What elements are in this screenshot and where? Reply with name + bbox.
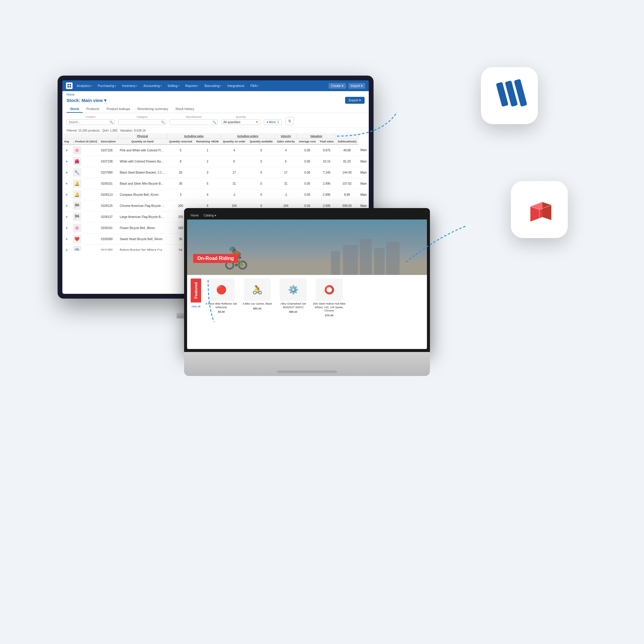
td-qoo-1: 0 [248,156,275,167]
td-sku-0[interactable]: 0107226 [99,145,118,156]
td-sv-3: 0.00 [297,178,318,189]
th-rbom: Remaining +BOM [194,139,221,145]
nav-reports[interactable]: Reports ▾ [183,83,201,89]
td-sku-8[interactable]: 0109300 [99,234,118,245]
nav-fba[interactable]: FBA ▾ [249,83,260,89]
td-add-btn-1[interactable]: + [62,156,71,167]
laptop-screen-outer: Home Catalog ▾ 🚴 [184,208,430,352]
nav-analytics[interactable]: Analytics ▾ [75,83,94,89]
td-add-btn-9[interactable]: + [62,245,71,251]
nav-inventory-chevron: ▾ [136,85,137,87]
td-tv-0: 49.88 [335,145,358,156]
sort-button[interactable]: ⇅ [285,117,294,125]
page-title-row: Stock: Main view ▾ Export ▾ [67,97,365,104]
td-img-4: 🔔 [71,189,99,200]
app-logo [66,82,73,89]
td-sku-2[interactable]: 0107990 [99,167,118,178]
td-sub-2: Main [358,167,369,178]
td-desc-4: Compass Bicycle Bell, 41mm [118,189,167,200]
td-ac-0: 9.975 [318,145,336,156]
filters-row: Location 🔍 Category 🔍 [62,113,369,128]
td-add-btn-6[interactable]: + [62,211,71,222]
td-add-btn-7[interactable]: + [62,222,71,234]
td-add-btn-5[interactable]: + [62,200,71,211]
th-img: Img [62,139,71,145]
tab-stock-history[interactable]: Stock history [172,106,198,113]
location-input[interactable] [67,119,115,125]
export-button[interactable]: Export ▾ [345,97,365,104]
td-add-btn-3[interactable]: + [62,178,71,189]
td-sub-1: Main [358,156,369,167]
manufacturer-input[interactable] [170,119,218,125]
td-qa-0: 4 [275,145,297,156]
nav-selling-chevron: ▾ [178,85,179,87]
td-tv-4: 8.99 [335,189,358,200]
manufacturer-input-wrap: 🔍 [170,119,218,125]
td-add-btn-0[interactable]: + [62,145,71,156]
td-sku-5[interactable]: 0109125 [99,200,118,211]
td-sv-4: 0.00 [297,189,318,200]
aws-app-icon [511,181,568,238]
product-card[interactable]: 🔴 4 Piece Bike Reflector Set w/Mounts $9… [205,279,238,317]
td-qoo-0: 0 [248,145,275,156]
td-desc-5: Chrome American Flag Bicycle Bell, 60... [118,200,167,211]
more-filter-button[interactable]: ▾ More: 1 [264,119,282,125]
view-all-button[interactable]: view all [192,305,201,308]
td-add-btn-4[interactable]: + [62,189,71,200]
import-button[interactable]: Import ▾ [348,83,365,89]
product-img-0: 🔴 [208,279,235,301]
td-tv-3: 107.82 [335,178,358,189]
category-label: Category [118,115,166,118]
quantity-filter: Quantity All quantities In stock Out of … [221,115,260,125]
td-add-btn-8[interactable]: + [62,234,71,245]
td-img-0: 🌸 [71,145,99,156]
tab-stock[interactable]: Stock [67,106,83,113]
td-rbom-0: 4 [221,145,247,156]
td-qoo-3: 0 [248,178,275,189]
breadcrumb: Home [67,93,365,96]
td-sku-1[interactable]: 0107238 [99,156,118,167]
product-card[interactable]: ⭕ 20in Steel Hollow Hub Bike Wheel, 140,… [313,279,346,317]
td-add-btn-2[interactable]: + [62,167,71,178]
td-qr-0: 1 [194,145,221,156]
tab-reordering[interactable]: Reordering summary [134,106,172,113]
website-nav-catalog[interactable]: Catalog ▾ [204,214,216,217]
product-card[interactable]: ⚙️ Alloy Chainwheel Set 36/42/52T 500CC … [277,279,310,317]
th-valuation: Valuation [297,134,335,139]
nav-integrations[interactable]: Integrations [225,83,246,89]
quantity-select[interactable]: All quantities In stock Out of stock Low… [221,119,260,125]
td-sku-7[interactable]: 0109161 [99,222,118,234]
nav-selling[interactable]: Selling ▾ [166,83,181,89]
tabs-row: Stock Products Product lookups Reorderin… [67,106,365,113]
nav-barcoding[interactable]: Barcoding ▾ [203,83,223,89]
website-nav-home[interactable]: Home [191,214,199,217]
th-including-sales: Including sales [167,134,221,139]
td-ac-4: 2.995 [318,189,336,200]
nav-purchasing[interactable]: Purchasing ▾ [96,83,118,89]
category-input-wrap: 🔍 [118,119,166,125]
create-button[interactable]: Create ▾ [329,83,346,89]
nav-barcoding-chevron: ▾ [220,85,221,87]
td-sku-4[interactable]: 0109113 [99,189,118,200]
td-img-2: 🔧 [71,167,99,178]
product-card[interactable]: 🚴 3 Bike Car Carrier, Black $80.34 [241,279,274,317]
featured-label: Featured [191,279,201,303]
nav-inventory[interactable]: Inventory ▾ [120,83,139,89]
laptop-keyboard [184,352,430,376]
tab-products[interactable]: Products [83,106,103,113]
category-input[interactable] [118,119,166,125]
location-input-wrap: 🔍 [67,119,115,125]
hero-text: On-Road Riding [193,254,238,263]
td-sku-6[interactable]: 0109137 [99,211,118,222]
td-img-3: 🔔 [71,178,99,189]
nav-analytics-chevron: ▾ [91,85,92,87]
invent-logo-svg [491,78,527,114]
product-img-3: ⭕ [316,279,343,301]
th-qr: Quantity reserved [167,139,194,145]
td-sku-9[interactable]: 0111202 [99,245,118,251]
tab-product-lookups[interactable]: Product lookups [103,106,134,113]
nav-accounting[interactable]: Accounting ▾ [142,83,163,89]
td-sku-3[interactable]: 0109101 [99,178,118,189]
td-qa-1: 6 [275,156,297,167]
th-sku[interactable]: ↓ Product ID (SKU) [71,139,99,145]
